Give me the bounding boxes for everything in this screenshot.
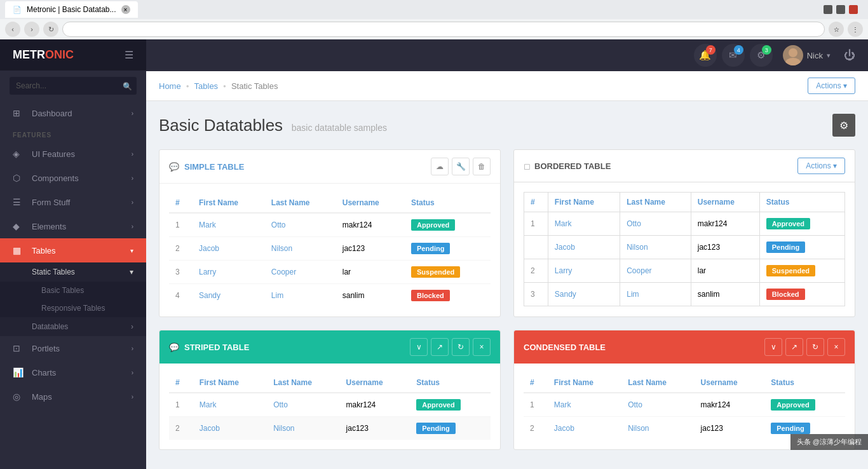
- expand-btn[interactable]: ↗: [431, 338, 449, 356]
- page-settings-button[interactable]: ⚙: [832, 114, 855, 137]
- firstname-link[interactable]: Mark: [554, 400, 571, 409]
- cell-num: 1: [524, 212, 548, 236]
- condensed-table-title: Condensed Table: [524, 343, 606, 352]
- close-btn[interactable]: ×: [473, 338, 491, 356]
- firstname-link[interactable]: Sandy: [199, 291, 220, 300]
- delete-btn[interactable]: 🗑: [473, 158, 491, 175]
- close-btn[interactable]: ×: [827, 338, 845, 356]
- simple-table-title: 💬 SIMPLE TABLE: [169, 162, 244, 172]
- lastname-link[interactable]: Otto: [627, 219, 641, 228]
- firstname-link[interactable]: Larry: [199, 268, 216, 276]
- responsive-tables-item[interactable]: Responsive Tables: [0, 299, 146, 317]
- sidebar-item-charts[interactable]: 📊 Charts ›: [0, 360, 146, 384]
- sidebar-item-tables[interactable]: ▦ Tables ▾: [0, 238, 146, 262]
- col-status: Status: [759, 193, 844, 212]
- firstname-link[interactable]: Mark: [199, 221, 216, 229]
- cell-num: 1: [524, 393, 548, 417]
- sidebar-item-elements[interactable]: ◆ Elements ›: [0, 214, 146, 238]
- firstname-link[interactable]: Mark: [200, 400, 217, 409]
- upload-btn[interactable]: ☁: [431, 158, 449, 175]
- svg-point-0: [789, 48, 797, 57]
- cell-num: 2: [524, 417, 548, 440]
- edit-btn[interactable]: 🔧: [452, 158, 470, 175]
- search-input[interactable]: [10, 77, 137, 95]
- browser-tab[interactable]: 📄 Metronic | Basic Datatab... ×: [5, 1, 138, 18]
- user-dropdown-btn[interactable]: Nick ▾: [778, 43, 836, 68]
- cell-status: Pending: [410, 417, 491, 440]
- cell-lastname: Lim: [265, 284, 336, 308]
- reload-button[interactable]: ↻: [43, 22, 58, 37]
- refresh-btn[interactable]: ↻: [806, 338, 824, 356]
- static-tables-item[interactable]: Static Tables ▾: [0, 262, 146, 282]
- chevron-right-icon: ›: [132, 151, 133, 158]
- notifications-btn[interactable]: 🔔 7: [694, 44, 717, 67]
- lastname-link[interactable]: Cooper: [271, 268, 296, 276]
- expand-btn[interactable]: ↗: [785, 338, 803, 356]
- tab-favicon: 📄: [13, 6, 22, 14]
- status-badge: Pending: [766, 241, 805, 253]
- lastname-link[interactable]: Otto: [271, 221, 286, 229]
- lastname-link[interactable]: Nilson: [628, 424, 649, 433]
- lastname-link[interactable]: Nilson: [271, 244, 292, 253]
- firstname-link[interactable]: Jacob: [554, 424, 574, 433]
- lastname-link[interactable]: Cooper: [627, 266, 651, 275]
- bordered-table: # First Name Last Name Username Status 1: [524, 192, 845, 306]
- firstname-link[interactable]: Larry: [555, 266, 572, 275]
- lastname-link[interactable]: Lim: [271, 291, 283, 300]
- charts-icon: 📊: [13, 367, 25, 377]
- tables-icon: ▦: [13, 245, 25, 255]
- sidebar-item-portlets[interactable]: ⊡ Portlets ›: [0, 336, 146, 360]
- messages-btn[interactable]: ✉ 4: [722, 44, 745, 67]
- lastname-link[interactable]: Nilson: [273, 424, 294, 433]
- refresh-btn[interactable]: ↻: [452, 338, 470, 356]
- firstname-link[interactable]: Jacob: [199, 244, 219, 253]
- sidebar-item-dashboard[interactable]: ⊞ Dashboard ›: [0, 101, 146, 125]
- menu-btn[interactable]: ⋮: [848, 22, 863, 37]
- lastname-link[interactable]: Nilson: [627, 243, 648, 252]
- datatables-item[interactable]: Datatables ›: [0, 317, 146, 336]
- tab-close-btn[interactable]: ×: [121, 5, 130, 14]
- status-badge: Blocked: [766, 289, 805, 300]
- cell-username: sanlim: [336, 284, 405, 308]
- lastname-link[interactable]: Lim: [627, 290, 639, 299]
- col-firstname: First Name: [193, 373, 267, 393]
- header-actions-button[interactable]: Actions ▾: [808, 78, 855, 94]
- breadcrumb-tables[interactable]: Tables: [194, 81, 219, 91]
- sidebar-item-ui-features[interactable]: ◈ UI Features ›: [0, 142, 146, 166]
- window-minimize[interactable]: [824, 5, 832, 14]
- cell-lastname: Cooper: [265, 261, 336, 284]
- firstname-link[interactable]: Mark: [555, 219, 572, 228]
- settings-btn[interactable]: ⚙ 3: [750, 44, 773, 67]
- firstname-link[interactable]: Jacob: [200, 424, 220, 433]
- back-button[interactable]: ‹: [5, 22, 20, 37]
- main-content-area: 🔔 7 ✉ 4 ⚙ 3 Nick ▾ ⏻: [146, 39, 868, 469]
- firstname-link[interactable]: Sandy: [555, 290, 576, 299]
- col-username: Username: [340, 373, 410, 393]
- firstname-link[interactable]: Jacob: [555, 243, 575, 252]
- sidebar-item-form-stuff[interactable]: ☰ Form Stuff ›: [0, 190, 146, 214]
- bordered-table-actions-button[interactable]: Actions ▾: [797, 158, 845, 174]
- window-maximize[interactable]: [836, 5, 845, 14]
- minimize-btn[interactable]: ∨: [764, 338, 782, 356]
- hamburger-icon[interactable]: ☰: [125, 49, 133, 61]
- cell-firstname: Mark: [193, 213, 265, 237]
- sidebar-item-components[interactable]: ⬡ Components ›: [0, 166, 146, 190]
- address-bar[interactable]: [62, 22, 825, 37]
- basic-tables-item[interactable]: Basic Tables: [0, 282, 146, 299]
- lastname-link[interactable]: Otto: [273, 400, 288, 409]
- table-row: 1 Mark Otto makr124 Approved: [169, 213, 491, 237]
- chevron-right-icon: ›: [132, 199, 133, 206]
- logout-btn[interactable]: ⏻: [841, 46, 858, 65]
- status-badge: Approved: [416, 399, 460, 411]
- breadcrumb-home[interactable]: Home: [159, 81, 181, 91]
- window-close[interactable]: [849, 5, 858, 14]
- cell-lastname: Lim: [620, 283, 691, 306]
- col-num: #: [524, 373, 548, 393]
- lastname-link[interactable]: Otto: [628, 400, 642, 409]
- cell-status: Suspended: [405, 261, 491, 284]
- bookmark-btn[interactable]: ☆: [829, 22, 844, 37]
- forward-button[interactable]: ›: [24, 22, 39, 37]
- sidebar-item-maps[interactable]: ◎ Maps ›: [0, 384, 146, 409]
- col-num: #: [169, 373, 193, 393]
- minimize-btn[interactable]: ∨: [410, 338, 428, 356]
